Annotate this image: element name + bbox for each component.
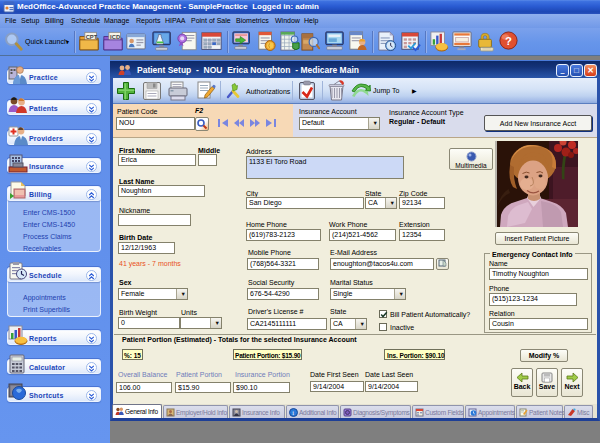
svg-text:?: ? xyxy=(505,34,512,47)
svg-text:CPT: CPT xyxy=(86,34,98,40)
svg-text:ICD: ICD xyxy=(110,34,120,40)
